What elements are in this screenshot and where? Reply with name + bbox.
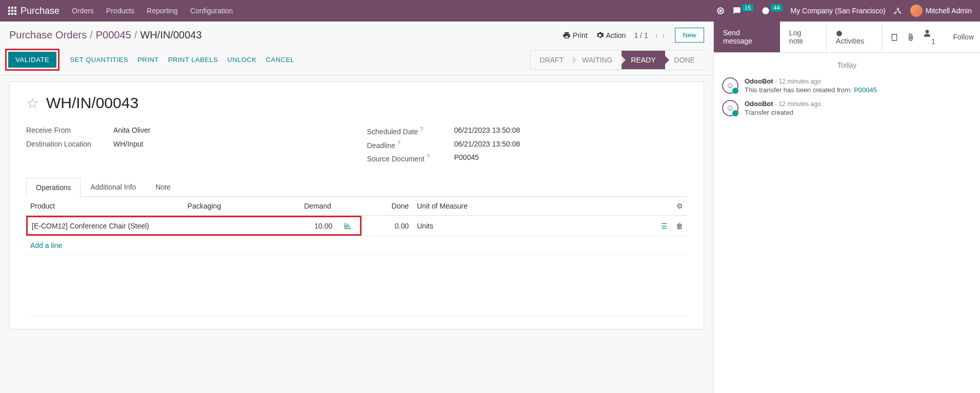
- breadcrumb-root[interactable]: Purchase Orders: [9, 29, 87, 41]
- col-done[interactable]: Done: [362, 197, 413, 216]
- msg-body: Transfer created: [745, 109, 821, 116]
- col-packaging[interactable]: Packaging: [184, 197, 268, 216]
- breadcrumb-parent[interactable]: P00045: [96, 29, 131, 41]
- followers-button[interactable]: 1: [923, 28, 945, 45]
- status-bar: DRAFT WAITING READY DONE: [530, 50, 704, 70]
- user-menu[interactable]: Mitchell Admin: [910, 5, 972, 17]
- msg-author: OdooBot: [745, 77, 773, 85]
- print-button[interactable]: PRINT: [137, 56, 159, 64]
- tab-note[interactable]: Note: [146, 177, 181, 196]
- cell-product[interactable]: [E-COM12] Conference Chair (Steel): [32, 222, 184, 230]
- message-item[interactable]: ☺ OdooBot - 12 minutes ago Transfer crea…: [714, 97, 980, 119]
- messages-icon[interactable]: 15: [733, 7, 753, 15]
- menu-orders[interactable]: Orders: [72, 7, 94, 15]
- apps-icon[interactable]: [8, 7, 16, 15]
- cell-done[interactable]: 0.00: [362, 215, 413, 236]
- label-scheduled-date: Scheduled Date ?: [367, 126, 454, 136]
- tab-operations[interactable]: Operations: [26, 178, 81, 197]
- cancel-button[interactable]: CANCEL: [266, 56, 294, 64]
- msg-body: This transfer has been created from: P00…: [745, 86, 877, 94]
- bot-avatar-icon: ☺: [722, 77, 738, 94]
- breadcrumb-sep: /: [90, 29, 93, 41]
- status-done[interactable]: DONE: [665, 50, 704, 70]
- company-switcher[interactable]: My Company (San Francisco): [791, 7, 886, 15]
- new-button[interactable]: New: [675, 28, 704, 43]
- unlock-button[interactable]: UNLOCK: [227, 56, 256, 64]
- app-title[interactable]: Purchase: [21, 6, 59, 16]
- msg-link[interactable]: P00045: [854, 86, 877, 94]
- activities-badge: 44: [771, 4, 782, 11]
- support-icon[interactable]: [716, 7, 725, 15]
- col-product[interactable]: Product: [26, 197, 184, 216]
- attachments-book-icon[interactable]: [890, 32, 898, 41]
- status-waiting[interactable]: WAITING: [573, 50, 622, 70]
- delete-row-icon[interactable]: 🗑: [676, 222, 683, 230]
- activities-button[interactable]: Activities: [826, 22, 882, 52]
- columns-settings-icon[interactable]: ⚙: [676, 202, 683, 210]
- value-scheduled-date[interactable]: 06/21/2023 13:50:08: [454, 126, 520, 136]
- msg-author: OdooBot: [745, 100, 773, 108]
- favorite-star-icon[interactable]: ☆: [26, 95, 39, 112]
- attachment-icon[interactable]: [907, 32, 915, 41]
- forecast-chart-icon[interactable]: [344, 221, 352, 230]
- msg-time: - 12 minutes ago: [775, 78, 821, 85]
- action-dropdown[interactable]: Action: [596, 31, 626, 39]
- today-separator: Today: [714, 61, 980, 69]
- bot-avatar-icon: ☺: [722, 100, 738, 116]
- pager: 1 / 1: [634, 31, 648, 39]
- print-labels-button[interactable]: PRINT LABELS: [168, 56, 218, 64]
- col-demand[interactable]: Demand: [267, 197, 335, 216]
- print-icon: [563, 31, 571, 39]
- add-line-link[interactable]: Add a line: [30, 241, 62, 250]
- user-name: Mitchell Admin: [926, 7, 972, 15]
- col-uom[interactable]: Unit of Measure: [413, 197, 656, 216]
- print-dropdown[interactable]: Print: [563, 31, 588, 39]
- detailed-operations-icon[interactable]: ☰: [661, 222, 668, 230]
- avatar: [910, 5, 923, 17]
- activities-icon[interactable]: 44: [762, 7, 782, 15]
- clock-icon: [836, 30, 843, 37]
- prev-record[interactable]: ‹: [655, 31, 658, 40]
- next-record[interactable]: ›: [662, 31, 665, 40]
- set-quantities-button[interactable]: SET QUANTITIES: [70, 56, 128, 64]
- messages-badge: 15: [742, 4, 753, 11]
- menu-reporting[interactable]: Reporting: [147, 7, 178, 15]
- message-item[interactable]: ☺ OdooBot - 12 minutes ago This transfer…: [714, 74, 980, 97]
- value-deadline: 06/21/2023 13:50:08: [454, 140, 520, 150]
- label-deadline: Deadline ?: [367, 140, 454, 150]
- menu-products[interactable]: Products: [106, 7, 134, 15]
- msg-time: - 12 minutes ago: [775, 100, 821, 108]
- record-title: WH/IN/00043: [46, 94, 138, 112]
- tab-additional-info[interactable]: Additional Info: [81, 177, 146, 196]
- breadcrumb-current: WH/IN/00043: [140, 29, 202, 41]
- cell-demand[interactable]: 10.00: [266, 222, 332, 230]
- status-draft[interactable]: DRAFT: [530, 50, 573, 70]
- log-note-button[interactable]: Log note: [780, 22, 826, 52]
- label-source-document: Source Document ?: [367, 153, 454, 163]
- validate-button[interactable]: VALIDATE: [8, 52, 56, 68]
- cell-uom[interactable]: Units: [413, 215, 656, 236]
- value-source-document[interactable]: P00045: [454, 153, 479, 163]
- menu-configuration[interactable]: Configuration: [190, 7, 233, 15]
- gear-icon: [596, 31, 604, 39]
- send-message-button[interactable]: Send message: [714, 22, 780, 52]
- tools-icon[interactable]: [894, 7, 902, 15]
- label-receive-from: Receive From: [26, 126, 113, 136]
- person-icon: [923, 29, 931, 37]
- table-row[interactable]: [E-COM12] Conference Chair (Steel) 10.00…: [26, 215, 687, 236]
- breadcrumb-sep: /: [134, 29, 137, 41]
- value-receive-from[interactable]: Anita Oliver: [113, 126, 150, 136]
- label-destination-location: Destination Location: [26, 140, 113, 150]
- value-destination-location[interactable]: WH/Input: [113, 140, 143, 150]
- status-ready[interactable]: READY: [622, 50, 665, 70]
- follow-button[interactable]: Follow: [953, 33, 974, 41]
